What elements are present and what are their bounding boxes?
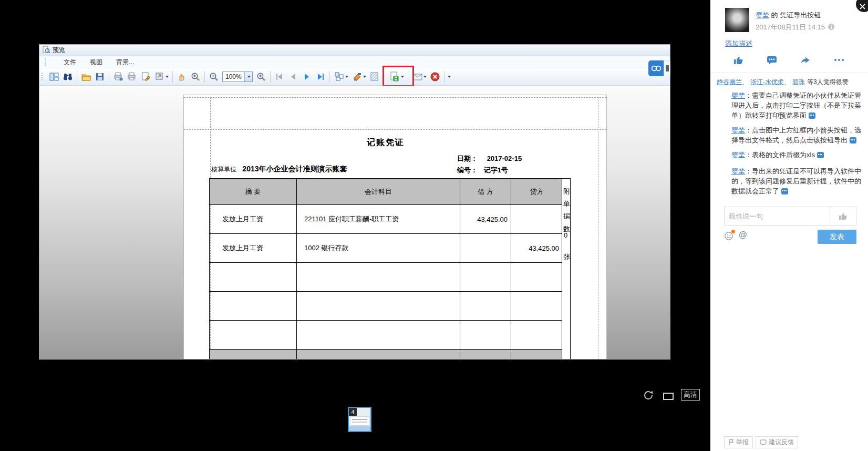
zoom-in-icon[interactable]	[189, 70, 202, 83]
table-row: 发放上月工资 1002 银行存款 43,425.00	[210, 234, 563, 263]
page-layout-icon[interactable]	[48, 70, 60, 83]
multi-page-layout-button[interactable]	[333, 70, 349, 83]
comment-author-link[interactable]: 婴埜	[731, 91, 745, 99]
first-page-button[interactable]	[273, 70, 286, 83]
mail-button[interactable]	[411, 70, 428, 83]
cell-account: 1002 银行存款	[297, 234, 460, 263]
unit-value: 2013年小企业会计准则演示账套	[242, 165, 347, 173]
previous-page-button[interactable]	[287, 70, 299, 83]
export-dropdown-caret[interactable]	[401, 76, 404, 78]
next-page-button[interactable]	[301, 70, 313, 83]
screen-assist-badge[interactable]	[648, 60, 664, 76]
comment-colon: ：	[745, 151, 752, 159]
image-subject: 凭证导出按钮	[780, 11, 821, 19]
menu-background[interactable]: 背景...	[116, 58, 134, 67]
toolbar-overflow-caret[interactable]	[448, 76, 451, 78]
save-icon[interactable]	[94, 70, 106, 83]
zoom-combobox-button[interactable]	[244, 72, 252, 81]
liker-link[interactable]: 静谷幽兰	[717, 78, 742, 86]
feedback-button[interactable]: 建议反馈	[756, 436, 798, 448]
cell-account	[297, 263, 460, 292]
rotate-icon[interactable]	[643, 390, 654, 403]
comment-icon[interactable]	[766, 55, 778, 67]
attachment-count: 0	[564, 231, 567, 239]
table-total-row: 合 计 肆万叁仟肆佰贰拾伍元整 43425.00 43425.00	[210, 350, 563, 360]
background-color-button[interactable]	[350, 70, 367, 83]
emoji-icon[interactable]	[724, 231, 733, 241]
watermark-icon[interactable]	[368, 70, 381, 83]
cell-debit: 43,425.00	[460, 205, 511, 234]
post-button[interactable]: 发表	[818, 230, 856, 244]
comment-author-link[interactable]: 婴埜	[731, 167, 745, 175]
add-description-link[interactable]: 添加描述	[725, 39, 752, 48]
menu-file[interactable]: 文件	[64, 58, 76, 67]
reply-comment-icon[interactable]	[781, 188, 788, 194]
date-value: 2017-02-15	[487, 155, 522, 162]
print-icon[interactable]	[126, 70, 138, 83]
info-icon[interactable]	[828, 23, 835, 32]
report-button[interactable]: 举报	[724, 436, 753, 448]
total-label: 合 计	[210, 350, 297, 360]
header-account: 会计科目	[297, 179, 460, 205]
zoom-out-icon[interactable]	[208, 70, 220, 83]
zoom-level-combobox[interactable]: 100%	[222, 71, 253, 82]
resize-page-button[interactable]	[153, 70, 170, 83]
comment-author-link[interactable]: 婴埜	[731, 151, 745, 159]
hand-pan-icon[interactable]	[175, 70, 188, 83]
separator	[270, 71, 271, 83]
comment-text: 表格的文件后缀为xls	[752, 151, 815, 159]
more-icon[interactable]	[833, 55, 845, 67]
zoom-in-alt-icon[interactable]	[255, 70, 267, 83]
cell-summary: 发放上月工资	[210, 234, 297, 263]
last-page-button[interactable]	[314, 70, 327, 83]
open-folder-icon[interactable]	[80, 70, 92, 83]
table-header-row: 摘 要 会计科目 借 方 贷方	[210, 179, 563, 205]
likes-suffix: 等3人觉得很赞	[807, 78, 849, 86]
reply-comment-icon[interactable]	[809, 112, 815, 119]
voucher-title: 记账凭证	[209, 137, 562, 148]
attachment-unit: 张	[563, 252, 570, 262]
hd-toggle[interactable]: 高清	[681, 389, 700, 401]
action-bar	[710, 52, 868, 69]
voucher-page: 记账凭证 日期： 2017-02-15 核算单位 2013年小企业会计准则演示账…	[183, 95, 607, 359]
cell-account: 221101 应付职工薪酬-职工工资	[297, 205, 460, 234]
close-preview-button[interactable]	[429, 70, 441, 83]
cell-account	[297, 292, 460, 321]
mention-icon[interactable]: @	[739, 230, 747, 240]
export-file-button[interactable]	[388, 70, 400, 83]
find-binoculars-icon[interactable]	[61, 70, 74, 83]
reply-comment-icon[interactable]	[850, 137, 856, 144]
like-icon[interactable]	[733, 55, 745, 67]
comment-author-link[interactable]: 婴埜	[731, 126, 745, 134]
author-link[interactable]: 婴埜	[756, 11, 769, 19]
print-preview-icon[interactable]	[112, 70, 125, 83]
quick-like-button[interactable]	[830, 207, 856, 225]
table-row	[210, 321, 563, 350]
possessive-text: 的	[769, 11, 780, 19]
share-icon[interactable]	[800, 55, 811, 67]
comment-panel: 婴埜 的 凭证导出按钮 2017年08月11日 14:15 添加描述 静谷幽兰、…	[710, 0, 868, 451]
separator	[384, 71, 384, 83]
comment-colon: ：	[745, 167, 752, 175]
original-size-icon[interactable]	[663, 393, 674, 400]
comment-item: 婴埜：需要自己调整凭证的小伙伴从凭证管理进入后，点击打印二字按钮（不是下拉菜单）…	[731, 90, 862, 120]
margin-guide-right	[598, 97, 598, 359]
cell-credit	[511, 292, 563, 321]
cell-credit	[511, 263, 563, 292]
dropdown-caret	[423, 76, 427, 78]
avatar[interactable]	[725, 8, 749, 32]
comment-input[interactable]	[725, 207, 830, 225]
feedback-bubble-icon	[760, 439, 767, 446]
liker-link[interactable]: 浙江-水优柔	[750, 78, 784, 86]
page-setup-icon[interactable]	[139, 70, 152, 83]
total-credit: 43425.00	[511, 350, 563, 360]
page-thumbnail-selected[interactable]: 4	[348, 407, 371, 432]
liker-link[interactable]: 碧珠	[792, 78, 805, 86]
separator	[444, 71, 445, 83]
voucher-number-line: 编号： 记字1号	[457, 166, 508, 175]
reply-comment-icon[interactable]	[817, 152, 824, 158]
menu-bar: 文件 视图 背景...	[39, 56, 670, 68]
voucher-date-line: 日期： 2017-02-15	[457, 154, 522, 163]
likes-separator: 、	[784, 78, 790, 86]
menu-view[interactable]: 视图	[90, 58, 102, 67]
